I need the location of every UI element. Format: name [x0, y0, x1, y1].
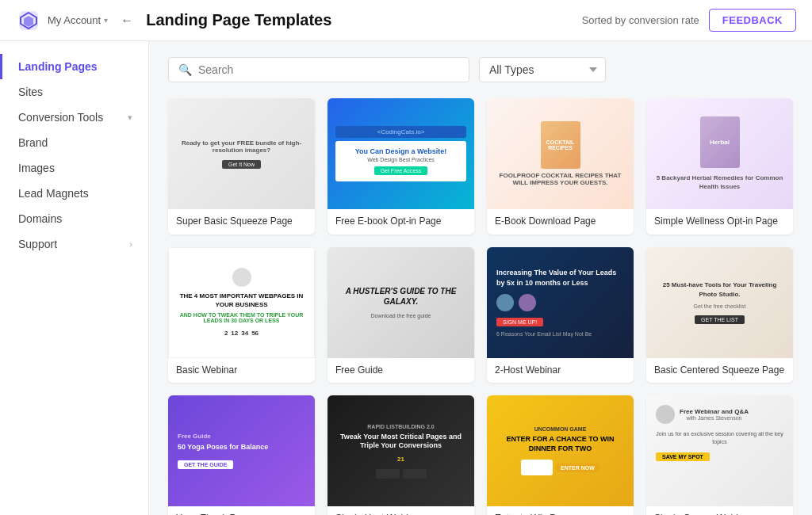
template-label: Free Guide: [327, 358, 474, 383]
template-card-10[interactable]: RAPID LISTBUILDING 2.0 Tweak Your Most C…: [327, 395, 474, 515]
template-label: 2-Host Webinar: [487, 358, 634, 383]
chevron-down-icon: ▾: [128, 113, 132, 123]
sidebar-label: Support: [18, 238, 57, 250]
account-label: My Account: [48, 14, 101, 26]
sidebar-item-images[interactable]: Images: [0, 155, 148, 181]
template-card-4[interactable]: Herbal 5 Backyard Herbal Remedies for Co…: [646, 98, 793, 235]
type-filter[interactable]: All Types Squeeze Pages Webinar Pages Sa…: [479, 57, 606, 82]
sidebar-label: Domains: [18, 212, 62, 225]
template-card-11[interactable]: UNCOMMON GAME ENTER FOR A CHANCE TO WIN …: [487, 395, 634, 515]
sort-label: Sorted by conversion rate: [582, 14, 699, 26]
template-card-8[interactable]: 25 Must-have Tools for Your Traveling Ph…: [646, 247, 793, 383]
sidebar-item-lead-magnets[interactable]: Lead Magnets: [0, 181, 148, 206]
template-card-6[interactable]: A HUSTLER'S GUIDE TO THE GALAXY. Downloa…: [327, 247, 474, 383]
logo-icon: [16, 8, 41, 33]
template-card-12[interactable]: Free Webinar and Q&A with James Stevenso…: [646, 395, 793, 515]
template-label: Super Basic Squeeze Page: [168, 209, 315, 235]
sidebar-label: Images: [18, 162, 55, 174]
sidebar-item-brand[interactable]: Brand: [0, 130, 148, 155]
search-icon: 🔍: [178, 63, 192, 76]
template-label: Basic Webinar: [168, 358, 315, 383]
sidebar-label: Conversion Tools: [18, 111, 103, 124]
template-grid: Ready to get your FREE bundle of high-re…: [168, 98, 793, 515]
chevron-right-icon: ›: [129, 239, 132, 249]
feedback-button[interactable]: FEEDBACK: [709, 9, 796, 32]
sidebar-label: Lead Magnets: [18, 187, 89, 200]
sidebar-label: Brand: [18, 136, 48, 149]
template-label: Single-Screen Webinar: [646, 506, 793, 515]
sidebar-item-landing-pages[interactable]: Landing Pages: [0, 54, 148, 79]
sidebar-item-sites[interactable]: Sites: [0, 79, 148, 105]
search-box: 🔍: [168, 57, 469, 82]
main-content: 🔍 All Types Squeeze Pages Webinar Pages …: [149, 41, 812, 515]
template-label: Simple Wellness Opt-in Page: [646, 209, 793, 235]
sidebar-label: Sites: [18, 86, 43, 98]
template-card-5[interactable]: THE 4 MOST IMPORTANT WEBPAGES IN YOUR BU…: [168, 247, 315, 383]
template-label: Yoga Ebook Page: [168, 506, 315, 515]
template-label: Basic Centered Squeeze Page: [646, 358, 793, 383]
template-label: Enter to Win Page: [487, 506, 634, 515]
sidebar-item-conversion-tools[interactable]: Conversion Tools ▾: [0, 105, 148, 130]
template-card-1[interactable]: Ready to get your FREE bundle of high-re…: [168, 98, 315, 235]
toolbar: 🔍 All Types Squeeze Pages Webinar Pages …: [168, 57, 793, 82]
header: My Account ▾ ← Landing Page Templates So…: [0, 0, 812, 41]
template-card-3[interactable]: COCKTAIL RECIPES FOOLPROOF COCKTAIL RECI…: [487, 98, 634, 235]
template-card-2[interactable]: <CodingCats.io> You Can Design a Website…: [327, 98, 474, 235]
account-menu[interactable]: My Account ▾: [48, 14, 108, 26]
back-button[interactable]: ←: [121, 13, 133, 28]
chevron-down-icon: ▾: [104, 16, 108, 25]
sidebar-item-domains[interactable]: Domains: [0, 206, 148, 231]
template-label: Single Host Webinar Registration 2.0: [327, 506, 474, 515]
search-input[interactable]: [198, 63, 459, 76]
template-card-7[interactable]: Increasing The Value of Your Leads by 5x…: [487, 247, 634, 383]
page-title: Landing Page Templates: [146, 11, 581, 29]
sidebar-label: Landing Pages: [18, 60, 98, 73]
template-label: Free E-book Opt-in Page: [327, 209, 474, 235]
template-label: E-Book Download Page: [487, 209, 634, 235]
sidebar: Landing Pages Sites Conversion Tools ▾ B…: [0, 41, 149, 515]
back-icon: ←: [121, 13, 133, 27]
sidebar-item-support[interactable]: Support ›: [0, 231, 148, 257]
template-card-9[interactable]: Free Guide 50 Yoga Poses for Balance GET…: [168, 395, 315, 515]
logo: [16, 8, 41, 33]
layout: Landing Pages Sites Conversion Tools ▾ B…: [0, 41, 812, 515]
